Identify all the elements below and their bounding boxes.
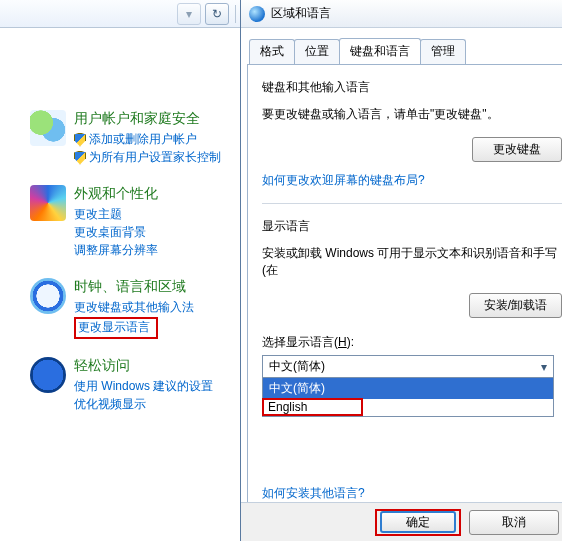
- tab-strip: 格式 位置 键盘和语言 管理: [249, 40, 562, 64]
- label-prefix: 选择显示语言(: [262, 335, 338, 349]
- tab-keyboards-languages[interactable]: 键盘和语言: [339, 38, 421, 64]
- dialog-title: 区域和语言: [271, 5, 331, 22]
- kb-section-title: 键盘和其他输入语言: [262, 79, 562, 96]
- highlight-box: 确定: [375, 509, 461, 536]
- region-language-dialog: 区域和语言 格式 位置 键盘和语言 管理 键盘和其他输入语言 要更改键盘或输入语…: [240, 0, 562, 541]
- label-accel-key: H: [338, 335, 347, 349]
- highlight-box: 更改显示语言: [74, 317, 158, 339]
- choose-display-language-label: 选择显示语言(H):: [262, 334, 562, 351]
- link-optimize-video[interactable]: 优化视频显示: [74, 396, 213, 413]
- link-change-keyboard-input[interactable]: 更改键盘或其他输入法: [74, 299, 194, 316]
- combo-option[interactable]: English: [267, 398, 313, 416]
- refresh-icon: ↻: [212, 7, 222, 21]
- category-clock-language-region: 时钟、语言和区域 更改键盘或其他输入法 更改显示语言: [30, 278, 240, 339]
- category-title[interactable]: 用户帐户和家庭安全: [74, 110, 221, 128]
- dropdown-icon: ▾: [186, 7, 192, 21]
- users-icon: [30, 110, 66, 146]
- combo-dropdown-list: 中文(简体) English: [263, 378, 553, 416]
- category-appearance: 外观和个性化 更改主题 更改桌面背景 调整屏幕分辨率: [30, 185, 240, 260]
- link-change-resolution[interactable]: 调整屏幕分辨率: [74, 242, 158, 259]
- kb-section-text: 要更改键盘或输入语言，请单击"更改键盘"。: [262, 106, 562, 123]
- tab-formats[interactable]: 格式: [249, 39, 295, 64]
- clock-icon: [30, 278, 66, 314]
- link-use-recommended-settings[interactable]: 使用 Windows 建议的设置: [74, 378, 213, 395]
- tab-administrative[interactable]: 管理: [420, 39, 466, 64]
- appearance-icon: [30, 185, 66, 221]
- combo-selected-text: 中文(简体): [269, 358, 325, 375]
- dialog-titlebar: 区域和语言: [241, 0, 562, 28]
- control-panel-categories: 用户帐户和家庭安全 添加或删除用户帐户 为所有用户设置家长控制 外观和个性化 更…: [0, 30, 240, 432]
- ok-button[interactable]: 确定: [380, 511, 456, 533]
- welcome-screen-kb-link[interactable]: 如何更改欢迎屏幕的键盘布局?: [262, 173, 425, 187]
- tab-location[interactable]: 位置: [294, 39, 340, 64]
- cancel-button[interactable]: 取消: [469, 510, 559, 535]
- category-user-accounts: 用户帐户和家庭安全 添加或删除用户帐户 为所有用户设置家长控制: [30, 110, 240, 167]
- category-title[interactable]: 时钟、语言和区域: [74, 278, 194, 296]
- globe-icon: [249, 6, 265, 22]
- link-add-remove-accounts[interactable]: 添加或删除用户帐户: [74, 131, 221, 148]
- shield-icon: [74, 151, 86, 165]
- category-ease-of-access: 轻松访问 使用 Windows 建议的设置 优化视频显示: [30, 357, 240, 414]
- link-text: 添加或删除用户帐户: [89, 131, 197, 148]
- display-language-combo[interactable]: 中文(简体) ▾ 中文(简体) English: [262, 355, 554, 417]
- link-change-wallpaper[interactable]: 更改桌面背景: [74, 224, 158, 241]
- shield-icon: [74, 133, 86, 147]
- chevron-down-icon: ▾: [541, 360, 547, 374]
- display-language-text: 安装或卸载 Windows 可用于显示文本和识别语音和手写(在: [262, 245, 562, 279]
- display-language-title: 显示语言: [262, 218, 562, 235]
- combo-option[interactable]: 中文(简体): [263, 378, 553, 399]
- toolbar-separator: [235, 5, 236, 23]
- label-suffix: ):: [347, 335, 354, 349]
- category-title[interactable]: 外观和个性化: [74, 185, 158, 203]
- dialog-button-bar: 确定 取消: [241, 502, 562, 541]
- category-title[interactable]: 轻松访问: [74, 357, 213, 375]
- back-button[interactable]: ▾: [177, 3, 201, 25]
- link-change-theme[interactable]: 更改主题: [74, 206, 158, 223]
- link-text: 为所有用户设置家长控制: [89, 149, 221, 166]
- tab-panel-keyboards-languages: 键盘和其他输入语言 要更改键盘或输入语言，请单击"更改键盘"。 更改键盘 如何更…: [247, 64, 562, 502]
- ease-of-access-icon: [30, 357, 66, 393]
- highlight-box: English: [263, 399, 553, 416]
- how-install-other-languages-link[interactable]: 如何安装其他语言?: [262, 485, 365, 502]
- dialog-body: 格式 位置 键盘和语言 管理 键盘和其他输入语言 要更改键盘或输入语言，请单击"…: [241, 28, 562, 502]
- change-keyboards-button[interactable]: 更改键盘: [472, 137, 562, 162]
- combo-selected[interactable]: 中文(简体) ▾: [263, 356, 553, 378]
- link-change-display-language[interactable]: 更改显示语言: [78, 320, 150, 334]
- install-uninstall-languages-button[interactable]: 安装/卸载语: [469, 293, 562, 318]
- link-parental-controls[interactable]: 为所有用户设置家长控制: [74, 149, 221, 166]
- divider: [262, 203, 562, 204]
- refresh-button[interactable]: ↻: [205, 3, 229, 25]
